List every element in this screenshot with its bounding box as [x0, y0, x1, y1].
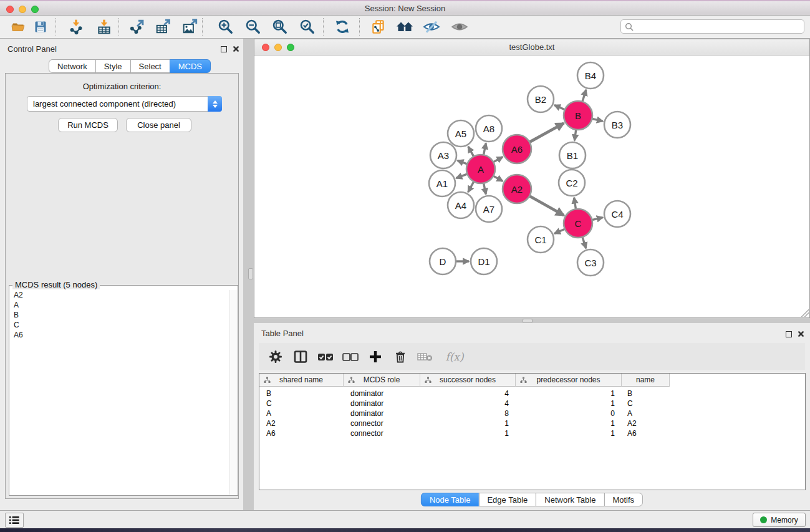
- graph-edge-B-B1[interactable]: [574, 129, 576, 140]
- graph-node-B1[interactable]: B1: [559, 142, 586, 168]
- graph-node-B4[interactable]: B4: [577, 62, 604, 89]
- export-image-button[interactable]: [178, 16, 202, 37]
- task-history-button[interactable]: [5, 513, 24, 528]
- table-cell[interactable]: 1: [420, 429, 516, 438]
- function-builder-button[interactable]: f(x): [442, 349, 467, 365]
- zoom-out-button[interactable]: [241, 16, 265, 37]
- tab-node-table[interactable]: Node Table: [421, 493, 480, 506]
- float-panel-icon[interactable]: [786, 331, 792, 337]
- table-cell[interactable]: dominator: [344, 389, 420, 398]
- table-cell[interactable]: 1: [516, 399, 622, 408]
- tab-select[interactable]: Select: [130, 59, 170, 73]
- table-row[interactable]: Cdominator41C: [259, 399, 805, 409]
- graph-edge-B-B4[interactable]: [582, 90, 586, 102]
- table-row[interactable]: Bdominator41B: [259, 389, 805, 399]
- graph-node-D[interactable]: D: [430, 248, 456, 274]
- graph-node-B[interactable]: B: [564, 101, 592, 130]
- table-cell[interactable]: 1: [516, 389, 622, 398]
- graph-node-D1[interactable]: D1: [471, 248, 497, 274]
- tab-network[interactable]: Network: [49, 59, 96, 73]
- column-header-name[interactable]: name: [622, 374, 670, 387]
- table-cell[interactable]: A: [259, 409, 344, 418]
- table-cell[interactable]: 4: [420, 389, 516, 398]
- table-cell[interactable]: dominator: [344, 399, 420, 408]
- graph-node-A6[interactable]: A6: [503, 135, 531, 163]
- criterion-dropdown[interactable]: largest connected component (directed): [27, 96, 222, 112]
- import-table-button[interactable]: [92, 16, 116, 37]
- table-options-button[interactable]: [268, 349, 284, 365]
- run-mcds-button[interactable]: Run MCDS: [58, 118, 118, 132]
- table-cell[interactable]: A6: [259, 429, 344, 438]
- column-header-predecessor-nodes[interactable]: predecessor nodes: [516, 374, 622, 387]
- graph-edge-A-A1[interactable]: [456, 174, 468, 178]
- create-column-button[interactable]: [367, 349, 383, 365]
- graph-edge-B-B3[interactable]: [591, 118, 602, 121]
- graph-edge-A-A7[interactable]: [483, 183, 486, 195]
- graph-edge-C-C4[interactable]: [591, 218, 602, 220]
- resize-grip-icon[interactable]: [801, 309, 809, 317]
- first-neighbors-button[interactable]: [393, 16, 417, 37]
- graph-node-C3[interactable]: C3: [577, 249, 604, 276]
- zoom-in-button[interactable]: [214, 16, 238, 37]
- table-cell[interactable]: C: [622, 399, 670, 408]
- table-cell[interactable]: A2: [622, 419, 670, 428]
- graph-node-A3[interactable]: A3: [430, 142, 456, 168]
- search-input[interactable]: [636, 21, 801, 32]
- graph-edge-A-A2[interactable]: [493, 176, 503, 181]
- graph-node-A2[interactable]: A2: [503, 175, 531, 203]
- column-header-mcds-role[interactable]: MCDS role: [344, 374, 420, 387]
- vertical-split-grip[interactable]: [248, 268, 253, 279]
- horizontal-split-grip[interactable]: [523, 319, 533, 323]
- table-cell[interactable]: 1: [420, 419, 516, 428]
- delete-table-button[interactable]: [417, 349, 433, 365]
- graph-edge-A2-C[interactable]: [529, 196, 564, 216]
- table-cell[interactable]: A: [622, 409, 670, 418]
- export-table-button[interactable]: [152, 16, 175, 37]
- graph-node-A7[interactable]: A7: [476, 196, 502, 222]
- select-all-button[interactable]: [317, 349, 334, 365]
- table-cell[interactable]: 4: [420, 399, 516, 408]
- table-cell[interactable]: A6: [622, 429, 670, 438]
- mcds-result-item[interactable]: A: [10, 300, 229, 310]
- mcds-result-item[interactable]: B: [10, 310, 229, 320]
- graph-edge-C-C2[interactable]: [574, 198, 576, 210]
- column-header-successor-nodes[interactable]: successor nodes: [420, 374, 516, 387]
- export-network-button[interactable]: [125, 16, 149, 37]
- tab-edge-table[interactable]: Edge Table: [478, 493, 536, 506]
- graph-edge-A-A8[interactable]: [483, 143, 486, 156]
- memory-button[interactable]: Memory: [753, 513, 806, 527]
- tab-network-table[interactable]: Network Table: [536, 493, 604, 506]
- graph-edge-A-A3[interactable]: [458, 160, 468, 164]
- graph-node-C4[interactable]: C4: [604, 201, 630, 227]
- close-panel-icon[interactable]: [233, 46, 239, 52]
- graph-node-A1[interactable]: A1: [429, 170, 455, 196]
- mcds-result-item[interactable]: A6: [10, 330, 229, 340]
- result-scrollbar[interactable]: [229, 290, 237, 495]
- table-row[interactable]: Adominator80A: [259, 409, 805, 418]
- table-cell[interactable]: B: [622, 389, 670, 398]
- graph-node-C1[interactable]: C1: [528, 226, 554, 253]
- toggle-column-display-button[interactable]: [292, 349, 309, 365]
- graph-node-C2[interactable]: C2: [559, 170, 585, 196]
- deselect-all-button[interactable]: [342, 349, 359, 365]
- open-session-button[interactable]: [6, 16, 30, 37]
- network-window-titlebar[interactable]: testGlobe.txt: [254, 39, 809, 56]
- save-session-button[interactable]: [29, 16, 52, 37]
- show-all-button[interactable]: [448, 16, 471, 37]
- table-cell[interactable]: B: [259, 389, 344, 398]
- table-row[interactable]: A6connector11A6: [259, 428, 805, 438]
- graph-edge-C-C3[interactable]: [582, 236, 586, 248]
- import-network-button[interactable]: [64, 16, 88, 37]
- close-panel-icon[interactable]: [798, 331, 804, 337]
- graph-node-C[interactable]: C: [564, 209, 592, 238]
- tab-motifs[interactable]: Motifs: [604, 493, 643, 506]
- graph-node-A4[interactable]: A4: [448, 192, 474, 218]
- table-cell[interactable]: 0: [516, 409, 622, 418]
- table-cell[interactable]: A2: [259, 419, 344, 428]
- delete-columns-button[interactable]: [392, 349, 408, 365]
- table-cell[interactable]: 1: [516, 429, 622, 438]
- table-cell[interactable]: connector: [344, 419, 420, 428]
- network-canvas[interactable]: B4B2BB3A5A8A6A3B1AA1C2A2A4A7C4CC1C3DD1: [254, 56, 809, 317]
- table-cell[interactable]: 8: [420, 409, 516, 418]
- table-cell[interactable]: C: [259, 399, 344, 408]
